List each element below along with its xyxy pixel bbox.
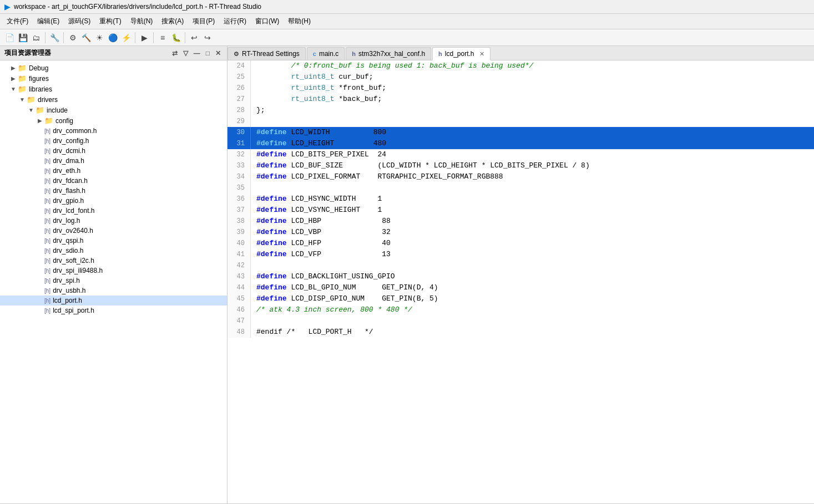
tree-label-drvov2640h: drv_ov2640.h xyxy=(53,227,93,235)
sidebar-item-drvov2640h[interactable]: [h]drv_ov2640.h xyxy=(0,226,227,236)
sidebar-item-drvflashh[interactable]: [h]drv_flash.h xyxy=(0,186,227,196)
sidebar-item-lcdporth[interactable]: [h]lcd_port.h xyxy=(0,296,227,306)
settings-btn[interactable]: ⚙ xyxy=(67,32,79,44)
stack-btn[interactable]: ≡ xyxy=(156,32,169,44)
sidebar-item-drvfdcanh[interactable]: [h]drv_fdcan.h xyxy=(0,176,227,186)
tab-label-main-c: main.c xyxy=(319,50,338,58)
build-btn[interactable]: 🔨 xyxy=(80,32,92,44)
debug-run-btn[interactable]: 🐛 xyxy=(170,32,182,44)
tab-label-lcd-port-h: lcd_port.h xyxy=(445,50,474,58)
sidebar-item-drvsdioh[interactable]: [h]drv_sdio.h xyxy=(0,246,227,256)
sidebar-item-lcdspiporth[interactable]: [h]lcd_spi_port.h xyxy=(0,306,227,315)
line-number-39: 39 xyxy=(227,227,251,238)
code-line-26: 26 rt_uint8_t *front_buf; xyxy=(227,83,814,94)
sidebar-item-drvsofti2ch[interactable]: [h]drv_soft_i2c.h xyxy=(0,256,227,266)
file-icon-drvgpioh: [h] xyxy=(44,198,50,204)
sidebar-item-drvusbhh[interactable]: [h]drv_usbh.h xyxy=(0,286,227,296)
sidebar-collapse-btn[interactable]: ▽ xyxy=(181,49,190,58)
code-line-30: 30#define LCD_WIDTH 800 xyxy=(227,127,814,138)
menu-item-f[interactable]: 文件(F) xyxy=(2,15,33,28)
sidebar-item-drvlogh[interactable]: [h]drv_log.h xyxy=(0,216,227,226)
sun-btn[interactable]: ☀ xyxy=(93,32,105,44)
sidebar-sync-btn[interactable]: ⇄ xyxy=(170,49,179,58)
file-icon-drvqspih: [h] xyxy=(44,238,50,244)
code-line-46: 46/* atk 4.3 inch screen, 800 * 480 */ xyxy=(227,304,814,315)
sidebar-item-drivers[interactable]: ▼📁drivers xyxy=(0,94,227,105)
tree-label-drvspih: drv_spi.h xyxy=(53,277,80,284)
menu-item-a[interactable]: 搜索(A) xyxy=(157,15,188,28)
sidebar-item-drvconfigh[interactable]: [h]drv_config.h xyxy=(0,136,227,146)
line-content-26: rt_uint8_t *front_buf; xyxy=(251,83,814,94)
code-editor[interactable]: 24 /* 0:front_buf is being used 1: back_… xyxy=(227,60,814,503)
tab-icon-rt-thread-settings: ⚙ xyxy=(234,50,239,58)
save-btn[interactable]: 💾 xyxy=(17,32,29,44)
tree-arrow-config: ▶ xyxy=(36,118,44,124)
line-number-48: 48 xyxy=(227,327,251,338)
line-number-44: 44 xyxy=(227,282,251,293)
menu-bar: 文件(F)编辑(E)源码(S)重构(T)导航(N)搜索(A)项目(P)运行(R)… xyxy=(0,14,814,29)
sidebar-item-figures[interactable]: ▶📁figures xyxy=(0,73,227,84)
sidebar-item-config[interactable]: ▶📁config xyxy=(0,115,227,126)
tab-stm32h7xx-hal-conf[interactable]: hstm32h7xx_hal_conf.h xyxy=(346,47,431,60)
new-btn[interactable]: 📄 xyxy=(3,32,16,44)
sidebar-item-libraries[interactable]: ▼📁libraries xyxy=(0,84,227,94)
tools-btn[interactable]: 🔧 xyxy=(48,32,60,44)
undo-btn[interactable]: ↩ xyxy=(188,32,200,44)
editor-area: ⚙RT-Thread Settingscmain.chstm32h7xx_hal… xyxy=(227,46,814,503)
sidebar-header-icons: ⇄ ▽ — □ ✕ xyxy=(170,49,223,58)
file-icon-drvcommonh: [h] xyxy=(44,128,50,134)
line-number-41: 41 xyxy=(227,249,251,260)
code-line-39: 39#define LCD_VBP 32 xyxy=(227,227,814,238)
code-line-38: 38#define LCD_HBP 88 xyxy=(227,216,814,227)
line-number-43: 43 xyxy=(227,271,251,282)
folder-icon-config: 📁 xyxy=(44,116,53,125)
code-line-25: 25 rt_uint8_t cur_buf; xyxy=(227,72,814,83)
sidebar-item-drvspih[interactable]: [h]drv_spi.h xyxy=(0,276,227,286)
sidebar-item-include[interactable]: ▼📁include xyxy=(0,105,227,115)
line-content-45: #define LCD_DISP_GPIO_NUM GET_PIN(B, 5) xyxy=(251,293,814,304)
save-all-btn[interactable]: 🗂 xyxy=(30,32,42,44)
sidebar-item-drvdcmih[interactable]: [h]drv_dcmi.h xyxy=(0,146,227,156)
sidebar-max-btn[interactable]: □ xyxy=(204,49,211,58)
file-icon-drvspih: [h] xyxy=(44,278,50,284)
run-btn[interactable]: ▶ xyxy=(138,32,150,44)
sidebar-item-drvgpioh[interactable]: [h]drv_gpio.h xyxy=(0,196,227,206)
tab-main-c[interactable]: cmain.c xyxy=(307,47,345,60)
menu-item-r[interactable]: 运行(R) xyxy=(219,15,251,28)
flash-btn[interactable]: ⚡ xyxy=(120,32,132,44)
sidebar-item-drvethh[interactable]: [h]drv_eth.h xyxy=(0,166,227,176)
line-number-38: 38 xyxy=(227,216,251,227)
tree-label-lcdspiporth: lcd_spi_port.h xyxy=(53,307,94,314)
menu-item-n[interactable]: 导航(N) xyxy=(126,15,158,28)
line-content-42 xyxy=(251,260,814,271)
file-icon-drvflashh: [h] xyxy=(44,188,50,194)
sidebar-item-drvcommonh[interactable]: [h]drv_common.h xyxy=(0,126,227,136)
sidebar-close-btn[interactable]: ✕ xyxy=(214,49,223,58)
menu-item-s[interactable]: 源码(S) xyxy=(64,15,95,28)
line-content-32: #define LCD_BITS_PER_PIXEL 24 xyxy=(251,149,814,160)
git-btn[interactable]: 🔵 xyxy=(107,32,119,44)
menu-item-h[interactable]: 帮助(H) xyxy=(284,15,315,28)
line-number-36: 36 xyxy=(227,194,251,205)
code-line-40: 40#define LCD_HFP 40 xyxy=(227,238,814,249)
menu-item-p[interactable]: 项目(P) xyxy=(188,15,219,28)
line-content-31: #define LCD_HEIGHT 480 xyxy=(251,138,814,149)
file-icon-lcdporth: [h] xyxy=(44,298,50,304)
tab-rt-thread-settings[interactable]: ⚙RT-Thread Settings xyxy=(227,47,306,60)
tab-close-lcd-port-h[interactable]: ✕ xyxy=(479,50,484,58)
tree-label-drvqspih: drv_qspi.h xyxy=(53,237,83,245)
sidebar-min-btn[interactable]: — xyxy=(192,49,202,58)
tree-label-drvethh: drv_eth.h xyxy=(53,167,80,175)
menu-item-t[interactable]: 重构(T) xyxy=(95,15,125,28)
sidebar-item-drvspiili9488h[interactable]: [h]drv_spi_ili9488.h xyxy=(0,266,227,276)
sidebar-item-drvqspih[interactable]: [h]drv_qspi.h xyxy=(0,236,227,246)
menu-item-w[interactable]: 窗口(W) xyxy=(251,15,284,28)
tree-label-drvlogh: drv_log.h xyxy=(53,217,80,225)
menu-item-e[interactable]: 编辑(E) xyxy=(33,15,64,28)
sidebar-item-debug[interactable]: ▶📁Debug xyxy=(0,63,227,73)
sidebar-item-drvdmah[interactable]: [h]drv_dma.h xyxy=(0,156,227,166)
redo-btn[interactable]: ↪ xyxy=(201,32,214,44)
sidebar-item-drvlcdfonth[interactable]: [h]drv_lcd_font.h xyxy=(0,206,227,216)
tab-lcd-port-h[interactable]: hlcd_port.h✕ xyxy=(432,47,490,60)
file-icon-lcdspiporth: [h] xyxy=(44,308,50,314)
